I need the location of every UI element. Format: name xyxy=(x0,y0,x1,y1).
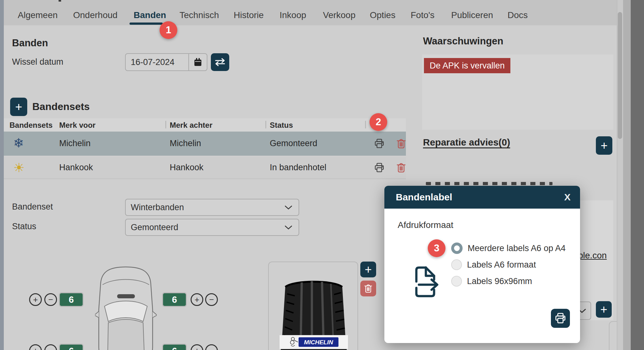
col-merk-voor: Merk voor xyxy=(59,121,96,130)
warnings-title: Waarschuwingen xyxy=(423,36,503,47)
delete-row-button[interactable] xyxy=(396,138,406,150)
step-badge-1: 1 xyxy=(160,21,177,39)
tab-technisch[interactable]: Technisch xyxy=(180,10,219,20)
printer-icon xyxy=(374,163,385,173)
step-badge-3: 3 xyxy=(428,239,445,257)
tab-fotos[interactable]: Foto's xyxy=(411,10,434,20)
cell-merk-voor: Michelin xyxy=(59,139,91,148)
add-tire-photo-button[interactable]: + xyxy=(360,262,376,277)
swap-tyres-button[interactable] xyxy=(211,53,229,71)
step-badge-2: 2 xyxy=(369,113,387,131)
modal-header: Bandenlabel X xyxy=(384,186,580,209)
export-document-icon xyxy=(409,264,440,299)
sidebar-add-button[interactable]: + xyxy=(596,301,612,318)
radio-label: Meerdere labels A6 op A4 xyxy=(468,243,565,253)
cell-merk-achter: Michelin xyxy=(170,139,201,148)
table-row-summer[interactable]: ☀ Hankook Hankook In bandenhotel xyxy=(4,157,406,179)
radio-unselected-icon[interactable] xyxy=(451,276,462,287)
repair-advice-title[interactable]: Reparatie advies(0) xyxy=(423,137,510,148)
cell-status: In bandenhotel xyxy=(270,163,326,172)
radio-option-96x96[interactable]: Labels 96x96mm xyxy=(451,276,532,287)
print-row-button[interactable] xyxy=(374,163,385,174)
wissel-datum-value: 16-07-2024 xyxy=(126,57,188,67)
print-row-button[interactable] xyxy=(374,139,385,150)
tire-photo: MICHELIN xyxy=(268,262,358,350)
snowflake-icon: ❄ xyxy=(13,137,24,149)
trash-icon xyxy=(396,138,406,149)
tab-inkoop[interactable]: Inkoop xyxy=(280,10,306,20)
bandensets-section-title: Bandensets xyxy=(32,101,90,113)
sun-icon: ☀ xyxy=(13,161,25,174)
scrollbar-gutter xyxy=(623,0,631,350)
bandenlabel-modal: Bandenlabel X Afdrukformaat Meerdere lab… xyxy=(384,186,580,343)
cell-merk-voor: Hankook xyxy=(59,163,93,172)
apk-warning-badge: De APK is vervallen xyxy=(424,58,510,73)
tab-banden[interactable]: Banden xyxy=(134,10,166,20)
page-title: Banden xyxy=(12,37,48,49)
cell-merk-achter: Hankook xyxy=(170,163,204,172)
radio-option-a6-op-a4[interactable]: Meerdere labels A6 op A4 xyxy=(451,243,565,254)
table-row-winter[interactable]: ❄ Michelin Michelin Gemonteerd xyxy=(4,132,406,156)
calendar-button[interactable] xyxy=(188,54,207,70)
chevron-down-icon xyxy=(285,205,292,210)
tab-opties[interactable]: Opties xyxy=(370,10,395,20)
scrollbar-thumb[interactable] xyxy=(618,12,622,139)
radio-label: Labels 96x96mm xyxy=(467,276,532,286)
bandenset-select[interactable]: Winterbanden xyxy=(125,199,299,216)
trash-icon xyxy=(396,162,406,173)
swap-arrows-icon xyxy=(214,58,226,67)
tab-onderhoud[interactable]: Onderhoud xyxy=(73,10,117,20)
front-right-pressure-value: 6 xyxy=(162,292,187,307)
printer-icon xyxy=(554,313,566,324)
car-top-view-diagram xyxy=(95,265,157,350)
column-divider xyxy=(265,121,266,128)
wissel-datum-input[interactable]: 16-07-2024 xyxy=(125,53,207,71)
email-link-fragment[interactable]: ple.con xyxy=(578,250,607,261)
front-left-decrease-button[interactable]: − xyxy=(44,293,57,306)
printer-icon xyxy=(374,139,385,149)
table-header: Bandensets Merk voor Merk achter Status xyxy=(4,118,406,132)
front-right-increase-button[interactable]: + xyxy=(191,293,203,306)
tire-brand-label: MICHELIN xyxy=(304,339,333,346)
column-divider xyxy=(165,121,166,128)
radio-label: Labels A6 formaat xyxy=(467,260,536,270)
radio-option-a6-formaat[interactable]: Labels A6 formaat xyxy=(451,259,536,270)
left-edge-strip xyxy=(0,0,4,350)
tab-historie[interactable]: Historie xyxy=(234,10,264,20)
delete-tire-photo-button[interactable] xyxy=(360,281,376,296)
status-select[interactable]: Gemonteerd xyxy=(125,219,299,236)
tab-publiceren[interactable]: Publiceren xyxy=(451,10,493,20)
app-window: Algemeen Onderhoud Banden Technisch Hist… xyxy=(0,0,644,350)
front-left-increase-button[interactable]: + xyxy=(29,293,42,306)
bandenset-value: Winterbanden xyxy=(131,203,184,212)
plus-icon: + xyxy=(600,303,607,316)
plus-icon: + xyxy=(15,100,22,114)
modal-print-button[interactable] xyxy=(551,309,570,328)
radio-unselected-icon[interactable] xyxy=(451,259,462,270)
front-left-pressure-value: 6 xyxy=(59,292,84,307)
bandenset-label: Bandenset xyxy=(12,202,53,212)
delete-row-button[interactable] xyxy=(396,162,406,174)
tab-verkoop[interactable]: Verkoop xyxy=(323,10,356,20)
chevron-down-icon xyxy=(285,225,292,230)
tire-image: MICHELIN xyxy=(269,262,358,350)
column-divider xyxy=(365,121,366,128)
close-icon[interactable]: X xyxy=(564,192,571,203)
radio-selected-icon[interactable] xyxy=(451,243,463,254)
tab-docs[interactable]: Docs xyxy=(508,10,528,20)
print-format-label: Afdrukformaat xyxy=(398,220,453,230)
cell-status: Gemonteerd xyxy=(270,139,317,148)
col-bandensets: Bandensets xyxy=(9,121,53,130)
add-bandenset-button[interactable]: + xyxy=(10,98,27,116)
obscured-heading xyxy=(426,182,552,185)
front-right-decrease-button[interactable]: − xyxy=(205,293,218,306)
clipped-top-text xyxy=(59,0,61,2)
window-edge xyxy=(631,0,644,350)
col-merk-achter: Merk achter xyxy=(170,121,212,130)
calendar-icon xyxy=(193,58,202,67)
add-repair-advice-button[interactable]: + xyxy=(596,136,612,155)
rear-right-pressure-value: 6 xyxy=(162,344,187,350)
tab-algemeen[interactable]: Algemeen xyxy=(18,10,58,20)
status-label: Status xyxy=(12,222,36,231)
trash-icon xyxy=(364,284,372,293)
